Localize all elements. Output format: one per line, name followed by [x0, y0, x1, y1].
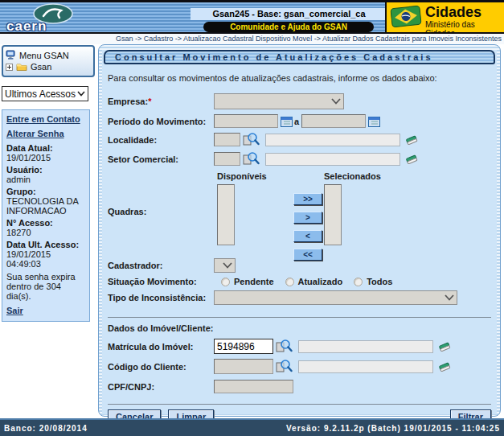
quadras-label: Quadras:	[108, 207, 214, 216]
todos-radio[interactable]	[354, 278, 363, 286]
localidade-row: Localidade:	[108, 132, 492, 147]
periodo-label: Período do Movimento:	[108, 117, 214, 126]
calendar-icon[interactable]	[368, 116, 380, 127]
dados-section-label: Dados do Imóvel/Cliente:	[108, 323, 492, 333]
chevron-down-icon	[445, 294, 454, 301]
user-label: Usuário:	[6, 165, 86, 175]
search-icon[interactable]	[276, 359, 293, 374]
move-right-button[interactable]: >	[293, 212, 322, 224]
gsan-application-window: caern Gsan245 - Base: gsan_comercial_ca …	[0, 0, 504, 436]
form-instructions: Para consultar os movimentos de atualiza…	[108, 73, 492, 83]
localidade-input[interactable]	[214, 133, 240, 146]
matricula-label: Matrícula do Imóvel:	[108, 342, 214, 352]
cpf-row: CPF/CNPJ:	[108, 380, 492, 393]
setor-label: Setor Comercial:	[108, 154, 214, 164]
situacao-label: Situação Movimento:	[108, 277, 214, 286]
tipo-label: Tipo de Inconsistência:	[108, 293, 214, 302]
tree-node-label: Gsan	[31, 62, 51, 72]
ministry-logo: Cidades Ministério das Cidades	[385, 2, 504, 32]
page-title: Consultar Movimento de Atualizações Cada…	[104, 50, 495, 64]
header: caern Gsan245 - Base: gsan_comercial_ca …	[0, 0, 504, 34]
current-date-label: Data Atual:	[6, 143, 86, 153]
move-all-right-button[interactable]: >>	[293, 193, 322, 205]
setor-input[interactable]	[214, 152, 240, 166]
password-expiry-notice: Sua senha expira dentro de 304 dia(s).	[6, 272, 86, 301]
search-icon[interactable]	[243, 151, 260, 167]
calendar-icon[interactable]	[281, 116, 293, 127]
change-password-link[interactable]: Alterar Senha	[6, 129, 86, 138]
periodo-separator: a	[294, 117, 299, 126]
access-number-value: 18270	[6, 228, 86, 237]
quadras-block: Quadras: Disponíveis Selecionados >> > <…	[107, 171, 492, 252]
atualizado-radio[interactable]	[285, 278, 294, 286]
cpf-label: CPF/CNPJ:	[108, 382, 214, 392]
caern-logo: caern	[5, 2, 93, 32]
last-accesses-value: Ultimos Acessos	[5, 88, 76, 100]
menu-root[interactable]: Menu GSAN	[6, 50, 91, 60]
cadastrador-select[interactable]	[214, 258, 236, 273]
expand-plus-icon[interactable]	[6, 64, 13, 71]
disponiveis-header: Disponíveis	[217, 171, 267, 181]
required-marker: *	[148, 97, 151, 106]
caern-wordmark: caern	[6, 19, 47, 35]
community-help-link[interactable]: Comunidade e Ajuda do GSAN	[203, 22, 374, 32]
situacao-row: Situação Movimento: Pendente Atualizado …	[108, 277, 492, 286]
quadras-selected-list[interactable]	[324, 184, 342, 245]
group-label: Grupo:	[6, 187, 86, 196]
empresa-label: Empresa:*	[108, 97, 214, 106]
codigo-label: Código do Cliente:	[108, 362, 214, 372]
matricula-input[interactable]	[214, 339, 273, 354]
move-left-button[interactable]: <	[293, 230, 322, 242]
footer-version: Versão: 9.2.11.2p (Batch) 19/01/2015 - 1…	[286, 424, 500, 433]
tipo-row: Tipo de Inconsistência:	[108, 290, 492, 305]
current-date-value: 19/01/2015	[6, 153, 86, 162]
setor-row: Setor Comercial:	[108, 151, 492, 167]
ministry-name: Cidades	[425, 4, 481, 21]
periodo-end-input[interactable]	[301, 114, 366, 128]
folder-icon	[16, 63, 27, 72]
search-icon[interactable]	[276, 339, 293, 354]
localidade-label: Localidade:	[108, 135, 214, 145]
brazil-flag-icon	[390, 4, 423, 29]
eraser-icon[interactable]	[405, 134, 418, 146]
contact-link[interactable]: Entre em Contato	[6, 114, 86, 124]
tipo-select[interactable]	[214, 290, 457, 305]
localidade-description-field	[265, 134, 400, 146]
codigo-description-field	[298, 360, 433, 373]
move-all-left-button[interactable]: <<	[293, 249, 322, 261]
periodo-start-input[interactable]	[214, 114, 278, 128]
group-value: TECNOLOGIA DA INFORMACAO	[6, 196, 86, 216]
session-info-panel: Entre em Contato Alterar Senha Data Atua…	[2, 109, 90, 322]
matricula-description-field	[298, 340, 433, 353]
user-value: admin	[6, 175, 86, 184]
empresa-row: Empresa:*	[108, 93, 492, 109]
app-title: Gsan245 - Base: gsan_comercial_ca	[191, 8, 387, 20]
codigo-input[interactable]	[214, 359, 273, 374]
sidebar: Menu GSAN Gsan Ultimos Acessos	[2, 45, 95, 322]
cpf-input[interactable]	[214, 380, 293, 393]
pendente-radio[interactable]	[221, 278, 230, 286]
empresa-select[interactable]	[214, 93, 344, 109]
eraser-icon[interactable]	[405, 153, 418, 166]
chevron-down-icon	[77, 91, 85, 97]
chevron-down-icon	[331, 98, 341, 105]
menu-title: Menu GSAN	[19, 51, 69, 60]
todos-label: Todos	[367, 277, 392, 286]
computer-icon	[6, 50, 16, 60]
setor-description-field	[265, 153, 400, 166]
periodo-row: Período do Movimento: a	[108, 114, 492, 128]
logout-link[interactable]: Sair	[6, 306, 86, 315]
footer-bar: Banco: 20/08/2014 Versão: 9.2.11.2p (Bat…	[0, 418, 504, 436]
cadastrador-label: Cadastrador:	[108, 261, 214, 270]
form: Para consultar os movimentos de atualiza…	[102, 73, 497, 424]
tree-node-gsan[interactable]: Gsan	[6, 62, 91, 72]
atualizado-label: Atualizado	[298, 277, 343, 286]
quadras-available-list[interactable]	[217, 184, 235, 245]
search-icon[interactable]	[243, 132, 260, 147]
pendente-label: Pendente	[234, 277, 274, 286]
eraser-icon[interactable]	[438, 360, 451, 373]
last-accesses-dropdown[interactable]: Ultimos Acessos	[2, 86, 88, 101]
chevron-down-icon	[223, 262, 232, 269]
eraser-icon[interactable]	[438, 340, 451, 353]
codigo-row: Código do Cliente:	[108, 359, 492, 374]
